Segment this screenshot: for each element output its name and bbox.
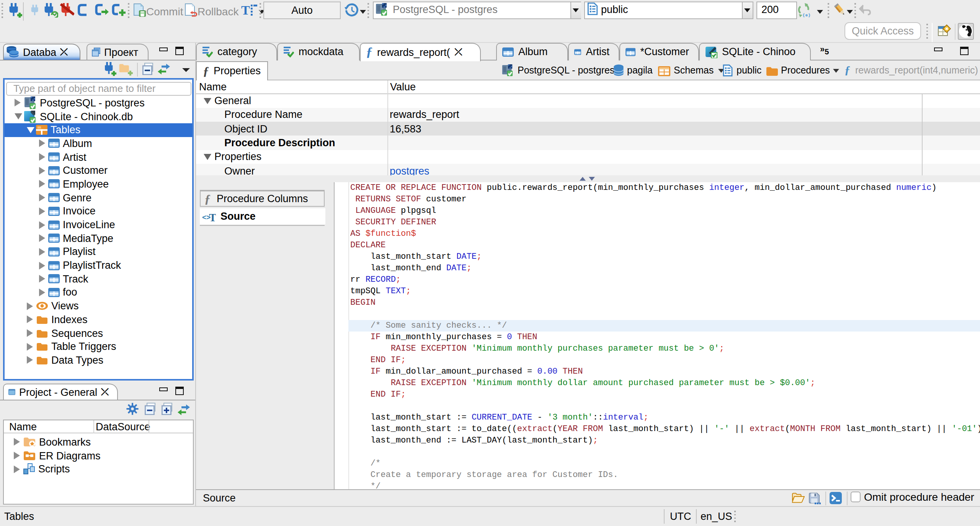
svg-text:T: T [241,3,250,17]
svg-text:T: T [209,211,216,222]
